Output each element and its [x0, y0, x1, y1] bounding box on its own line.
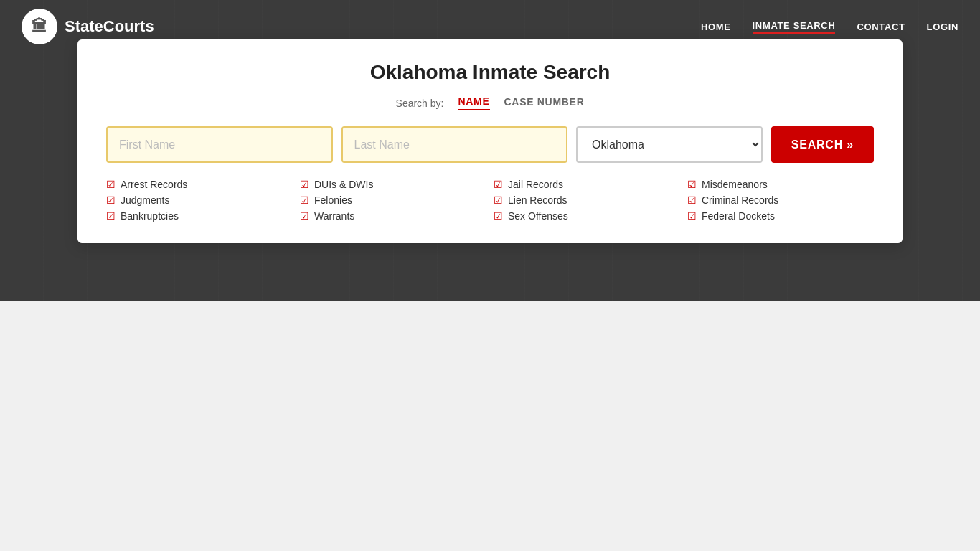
checkbox-label: Arrest Records: [121, 179, 187, 190]
check-icon: ☑: [687, 210, 697, 222]
nav-inmate-search[interactable]: INMATE SEARCH: [753, 20, 836, 34]
search-by-label: Search by:: [396, 98, 444, 109]
search-tabs: Search by: NAME CASE NUMBER: [106, 95, 874, 110]
check-icon: ☑: [494, 194, 503, 206]
checkbox-item: ☑Judgments: [106, 194, 293, 206]
checkbox-label: Lien Records: [508, 194, 567, 206]
nav-login[interactable]: LOGIN: [927, 22, 958, 32]
checkbox-label: Felonies: [314, 194, 352, 206]
search-button[interactable]: SEARCH »: [771, 126, 874, 163]
checkbox-item: ☑Sex Offenses: [494, 210, 680, 222]
nav-links: HOME INMATE SEARCH CONTACT LOGIN: [701, 20, 958, 34]
first-name-input[interactable]: [106, 126, 333, 163]
checkbox-item: ☑Felonies: [300, 194, 486, 206]
checkbox-label: DUIs & DWIs: [314, 179, 373, 190]
search-title: Oklahoma Inmate Search: [106, 61, 874, 84]
checkbox-label: Warrants: [314, 210, 354, 222]
check-icon: ☑: [494, 179, 503, 190]
check-icon: ☑: [106, 210, 116, 222]
checkbox-label: Judgments: [121, 194, 169, 206]
checkbox-label: Criminal Records: [702, 194, 778, 206]
checkbox-label: Jail Records: [508, 179, 563, 190]
check-icon: ☑: [106, 194, 116, 206]
checkbox-grid: ☑Arrest Records☑DUIs & DWIs☑Jail Records…: [106, 179, 874, 222]
search-card: Oklahoma Inmate Search Search by: NAME C…: [77, 39, 903, 243]
check-icon: ☑: [300, 179, 309, 190]
check-icon: ☑: [494, 210, 503, 222]
check-icon: ☑: [300, 194, 309, 206]
checkbox-label: Federal Dockets: [702, 210, 775, 222]
check-icon: ☑: [687, 194, 697, 206]
checkbox-item: ☑Arrest Records: [106, 179, 293, 190]
search-inputs-row: AlabamaAlaskaArizonaArkansasCaliforniaCo…: [106, 126, 874, 163]
checkbox-label: Bankruptcies: [121, 210, 179, 222]
checkbox-item: ☑DUIs & DWIs: [300, 179, 486, 190]
checkbox-item: ☑Warrants: [300, 210, 486, 222]
hero-section: COURTHOUSE 🏛 StateCourts HOME INMATE SEA…: [0, 0, 980, 301]
check-icon: ☑: [687, 179, 697, 190]
checkbox-item: ☑Federal Dockets: [687, 210, 874, 222]
checkbox-item: ☑Bankruptcies: [106, 210, 293, 222]
logo-icon: 🏛: [22, 9, 57, 44]
checkbox-item: ☑Jail Records: [494, 179, 680, 190]
nav-contact[interactable]: CONTACT: [857, 22, 905, 32]
checkbox-item: ☑Criminal Records: [687, 194, 874, 206]
tab-case-number[interactable]: CASE NUMBER: [504, 96, 585, 110]
check-icon: ☑: [300, 210, 309, 222]
checkbox-label: Sex Offenses: [508, 210, 568, 222]
checkbox-item: ☑Lien Records: [494, 194, 680, 206]
check-icon: ☑: [106, 179, 116, 190]
checkbox-label: Misdemeanors: [702, 179, 768, 190]
tab-name[interactable]: NAME: [458, 95, 489, 110]
state-select[interactable]: AlabamaAlaskaArizonaArkansasCaliforniaCo…: [576, 126, 763, 163]
last-name-input[interactable]: [341, 126, 568, 163]
logo-text: StateCourts: [65, 17, 154, 36]
checkbox-item: ☑Misdemeanors: [687, 179, 874, 190]
nav-home[interactable]: HOME: [701, 22, 731, 32]
